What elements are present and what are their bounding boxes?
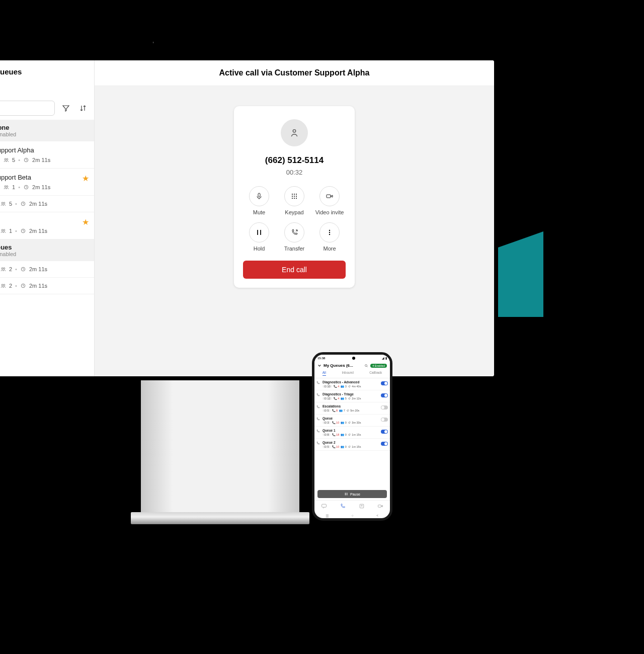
- queued-count: ⊙ 12: [323, 397, 332, 400]
- recents-nav[interactable]: |||: [326, 514, 329, 517]
- queue-item[interactable]: 8•5•2m 11s: [0, 196, 94, 212]
- queue-toggle[interactable]: [381, 418, 388, 422]
- section-title: ck queues: [0, 243, 88, 251]
- phone-tab-inbound[interactable]: Inbound: [342, 371, 354, 376]
- queue-stats: 16•1•2m 11s: [0, 184, 88, 190]
- monitor-base: [131, 512, 309, 524]
- person-icon: [289, 127, 300, 138]
- svg-point-23: [292, 196, 293, 197]
- queue-name: e: [0, 217, 88, 225]
- keypad-icon: [290, 192, 298, 200]
- back-nav[interactable]: <: [376, 514, 378, 517]
- wait-time: 2m 11s: [32, 157, 50, 163]
- svg-point-13: [4, 268, 5, 269]
- end-call-button[interactable]: End call: [243, 261, 346, 279]
- svg-point-1: [7, 158, 8, 160]
- phone-queue-item[interactable]: Queue 1⊙ 8📞 18👥 0⏱ 1m 15s: [314, 427, 390, 439]
- phone-icon: [316, 429, 320, 433]
- agents-count: 👥 0: [341, 421, 347, 424]
- clock-icon: [20, 201, 26, 207]
- queue-item[interactable]: 5•2•2m 11s: [0, 278, 94, 294]
- home-nav[interactable]: ○: [352, 514, 354, 517]
- sidebar-title: ned queues: [0, 60, 94, 84]
- svg-point-16: [4, 284, 5, 286]
- svg-point-9: [2, 229, 3, 231]
- queue-stats: ⊙ 12📞 4👥 5⏱ 2m 12s: [323, 397, 387, 400]
- more-button[interactable]: [319, 222, 340, 242]
- phone-tab-all[interactable]: All: [323, 371, 326, 376]
- svg-rect-19: [258, 193, 260, 197]
- svg-point-30: [329, 230, 330, 231]
- more-icon: [326, 228, 334, 236]
- phone-icon: [316, 441, 320, 445]
- queue-toggle[interactable]: [381, 430, 388, 434]
- filter-button[interactable]: [60, 102, 72, 114]
- search-icon[interactable]: [364, 364, 368, 368]
- phone-queue-item[interactable]: Queue⊙ 3📞 10👥 0⏱ 3m 33s: [314, 415, 390, 427]
- mic-icon: [255, 192, 263, 200]
- video-icon[interactable]: [377, 503, 383, 509]
- svg-rect-37: [378, 505, 381, 508]
- keypad-button[interactable]: [284, 186, 304, 206]
- calls-count: 📞 10: [332, 421, 340, 424]
- calls-count: 📞 4: [334, 385, 340, 388]
- active-call-header: Active call via Customer Support Alpha: [95, 60, 494, 86]
- calls-count: 📞 18: [332, 433, 340, 436]
- queue-item[interactable]: e5•1•2m 11s★: [0, 212, 94, 239]
- phone-icon[interactable]: [340, 503, 346, 509]
- pause-button[interactable]: [249, 222, 269, 242]
- transfer-button[interactable]: [284, 222, 304, 242]
- sort-button[interactable]: [77, 102, 89, 114]
- phone-tab-callback[interactable]: Callback: [369, 371, 382, 376]
- queue-toggle[interactable]: [381, 393, 388, 397]
- agents-icon: [0, 283, 6, 289]
- wait-time: ⏱ 1m 15s: [348, 445, 361, 448]
- mic-button[interactable]: [249, 186, 269, 206]
- svg-point-32: [329, 234, 330, 235]
- queue-stats: 8•5•2m 11s: [0, 201, 88, 207]
- clock-icon: [23, 184, 29, 190]
- call-timer: 00:32: [286, 169, 303, 176]
- action-label: Hold: [254, 246, 265, 252]
- agents-count: 5: [9, 201, 12, 207]
- caller-avatar: [281, 119, 308, 146]
- phone-queue-item[interactable]: Diagnostics - Advanced⊙ 10📞 4👥 3⏱ 4m 40s: [314, 378, 390, 390]
- phone-queue-item[interactable]: Queue 2⊙ 5📞 10👥 0⏱ 1m 15s: [314, 439, 390, 451]
- queue-item[interactable]: mer Support Alpha12•5•2m 11s: [0, 141, 94, 169]
- contacts-icon[interactable]: [359, 503, 365, 509]
- agents-icon: [0, 201, 6, 207]
- agents-count: 1: [12, 184, 15, 190]
- svg-rect-29: [327, 195, 331, 198]
- phone-camera-notch: [352, 357, 355, 360]
- pause-button[interactable]: Pause: [317, 490, 387, 498]
- queue-toggle[interactable]: [381, 442, 388, 446]
- phone-icon: [316, 405, 320, 409]
- queue-item[interactable]: mer Support Beta16•1•2m 11s★: [0, 169, 94, 196]
- star-icon[interactable]: ★: [82, 217, 89, 227]
- svg-point-20: [292, 194, 293, 195]
- star-icon[interactable]: ★: [82, 174, 89, 183]
- desktop-monitor: ned queues nd phone ueues e: [0, 56, 498, 380]
- queue-toggle[interactable]: [381, 405, 388, 410]
- phone-queue-item[interactable]: Diagnostics - Triage⊙ 12📞 4👥 5⏱ 2m 12s: [314, 390, 390, 402]
- queue-toggle[interactable]: [381, 381, 388, 385]
- phone-icon: [316, 393, 320, 397]
- chevron-down-icon[interactable]: [317, 364, 321, 368]
- search-input[interactable]: [0, 101, 55, 116]
- svg-point-10: [4, 229, 5, 231]
- phone-queue-item[interactable]: Escalations⊙ 5📞 8👥 7⏱ 5m 20s: [314, 402, 390, 415]
- call-action-pause: Hold: [243, 222, 275, 252]
- section-title: nd phone: [0, 124, 88, 131]
- queue-item[interactable]: 5•2•2m 11s: [0, 261, 94, 278]
- clock-icon: [20, 283, 26, 289]
- chat-icon[interactable]: [321, 503, 327, 509]
- phone-bottom-nav: [314, 500, 390, 512]
- queue-name: mer Support Alpha: [0, 146, 88, 154]
- queue-stats: 12•5•2m 11s: [0, 157, 88, 163]
- pause-icon: [255, 228, 263, 236]
- call-action-mic: Mute: [243, 186, 275, 215]
- video-button[interactable]: [319, 186, 340, 206]
- queue-name: Escalations: [323, 404, 387, 408]
- queued-count: ⊙ 10: [323, 385, 332, 388]
- section-callback-queues: ck queues ueues enabled: [0, 239, 94, 261]
